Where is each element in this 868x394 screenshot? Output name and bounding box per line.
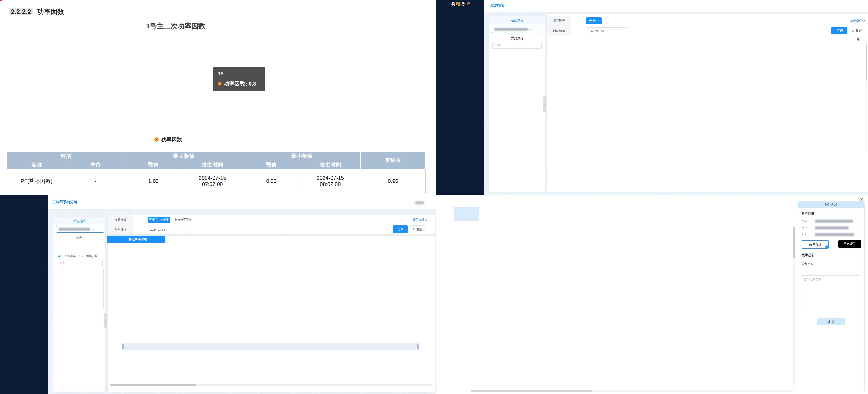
col-group-avg: 平均值: [361, 152, 425, 170]
logo-text: 务: [461, 1, 465, 7]
reset-button[interactable]: ↻重置: [410, 225, 426, 234]
date-input[interactable]: 2024-08-23: [148, 226, 190, 233]
comparison-table-wrap: [110, 351, 433, 382]
tooltip-series-dot: [218, 82, 221, 86]
tab-voltage-unbalance[interactable]: 三相电压不平衡: [148, 217, 170, 223]
panel-collapse-handle[interactable]: «: [543, 96, 546, 112]
extremes-table: 数据 最大极值 最小极值 平均值 名称 单位 数值 发生时间 数值 发生时间 P…: [7, 152, 426, 193]
select-all-button[interactable]: 全 选✓: [586, 18, 602, 24]
branch-title: 支路: [54, 235, 105, 239]
field-station-label: 站点: [802, 219, 815, 223]
sidebar-item-综合概览[interactable]: [436, 8, 485, 12]
filter-row-time: 时间选择 2024-08-23 查询 ↻重置: [547, 26, 868, 36]
control-panel-title: 控制面板: [798, 202, 864, 208]
subheader: 数值: [125, 160, 182, 170]
filter-card: 指标选择 三相电压不平衡 三相电流不平衡 展开条件 时间选择 2024-08-2…: [107, 215, 436, 234]
waveform-scrollbar[interactable]: [793, 226, 795, 387]
logo-signal-icon: [466, 2, 470, 6]
time-label: 时间选择: [547, 26, 571, 36]
tooltip-category: 19: [218, 71, 260, 77]
time-value-blurred: [815, 233, 854, 236]
horizontal-scrollbar[interactable]: [110, 384, 433, 386]
subheader: 发生时间: [182, 160, 243, 170]
page-header: 三相不平衡分析: [48, 195, 436, 210]
radio-all-devices[interactable]: [58, 255, 61, 258]
date-input[interactable]: 2024-08-23: [586, 27, 627, 34]
selected-check-badge: ✓: [826, 245, 829, 249]
metric-unit: -: [66, 170, 125, 193]
datazoom-slider[interactable]: [122, 343, 419, 350]
station-panel: 站点选择 支路 全部设备 重要设备 搜索 «: [53, 217, 105, 392]
quadrant-unbalance-analysis: 三相不平衡分析 站点选择 支路 全部设备 重要设备 搜索 « 指标选择: [0, 195, 436, 394]
tooltip-value: 功率因数: 0.8: [224, 80, 256, 87]
panel-collapse-handle[interactable]: «: [103, 313, 106, 328]
filter-row-metric: 指标选择 全 选✓ 展开条件: [547, 16, 868, 26]
min-time: 2024-07-1508:02:00: [300, 170, 361, 193]
subheader: 数值: [243, 160, 300, 170]
metric-label: 指标选择: [547, 16, 571, 26]
fault-record-title: 故障记录: [802, 253, 861, 257]
subheader: 名称: [7, 160, 66, 170]
waveform-h-scrollbar[interactable]: [471, 390, 793, 392]
metric-name: PF(功率因数): [7, 170, 66, 193]
expand-conditions-link[interactable]: 展开条件: [850, 19, 864, 23]
edit-button[interactable]: 编 辑: [817, 318, 845, 325]
expand-conditions-link[interactable]: 展开条件: [413, 218, 427, 222]
metric-label: 指标选择: [107, 215, 133, 224]
logo-text-accent: 电: [456, 1, 460, 7]
station-select[interactable]: [56, 226, 104, 233]
white-background-button[interactable]: 白色背景 ✓: [802, 240, 829, 249]
chart-tab[interactable]: 三相电压不平衡: [107, 236, 165, 243]
channel-selector-label-col: [454, 207, 479, 221]
tree-scrollbar[interactable]: [103, 268, 104, 309]
fault-record-textarea[interactable]: [802, 275, 860, 315]
station-panel-title: 站点选择: [54, 217, 105, 224]
station-panel: 站点选择 支路选择 搜索 «: [489, 16, 545, 192]
vertical-scrollbar[interactable]: [866, 42, 867, 150]
chart-legend[interactable]: 功率因数: [154, 136, 182, 143]
station-value-blurred: [815, 220, 853, 222]
quadrant-fault-waveform: × 控制面板 基本信息 站点 支路 时间 白色背景 ✓ 黑: [436, 195, 868, 394]
logo-text: 易: [451, 1, 455, 7]
page-title: 谐波报表: [489, 3, 505, 8]
chart-tooltip: 19 功率因数: 0.8: [213, 67, 266, 91]
max-time: 2024-07-1507:57:00: [182, 170, 243, 193]
sidebar: 易电务: [436, 0, 485, 195]
col-group-data: 数据: [7, 152, 125, 160]
composite-screenshot: 2.2.2.2 功率因数 1号主二次功率因数 19 功率因数: 0.8 功率因数…: [0, 0, 868, 394]
reset-button[interactable]: ↻重置: [849, 27, 864, 35]
time-label: 时间选择: [107, 224, 133, 234]
min-value: 0.00: [243, 170, 300, 193]
basic-info-title: 基本信息: [802, 211, 861, 215]
branch-search-input[interactable]: 搜索: [492, 42, 541, 49]
page-title: 三相不平衡分析: [52, 200, 77, 205]
field-branch-label: 支路: [802, 226, 815, 230]
analyze-button[interactable]: 分析: [393, 225, 408, 233]
legend-label: 功率因数: [161, 136, 182, 143]
quadrant-harmonic-report: 易电务 谐波报表 站点选择 支路选择 搜索 « 指标选择 全 选✓ 展开条: [436, 0, 868, 195]
col-group-max: 最大极值: [125, 152, 243, 160]
username-blurred[interactable]: [415, 201, 424, 204]
black-background-button[interactable]: 黑色背景: [838, 240, 861, 248]
radio-important-devices[interactable]: [79, 255, 83, 258]
sidebar: [0, 195, 48, 394]
branch-value-blurred: [815, 226, 848, 229]
control-panel: 控制面板 基本信息 站点 支路 时间 白色背景 ✓ 黑色背景 故障记录 重要标记: [798, 201, 865, 391]
page-header: 谐波报表: [485, 0, 868, 12]
query-button[interactable]: 查询: [831, 27, 847, 34]
subheader: 发生时间: [300, 160, 361, 170]
tab-current-unbalance[interactable]: 三相电流不平衡: [172, 218, 191, 222]
chevron-down-icon: [91, 228, 94, 230]
station-select[interactable]: [492, 26, 542, 33]
branch-search-input[interactable]: 搜索: [57, 260, 103, 266]
export-link[interactable]: 导出: [856, 37, 862, 41]
col-group-min: 最小极值: [243, 152, 361, 160]
quadrant-power-factor-report: 2.2.2.2 功率因数 1号主二次功率因数 19 功率因数: 0.8 功率因数…: [0, 0, 436, 195]
app-logo: 易电务: [436, 0, 485, 8]
waveform-plots: [436, 224, 798, 394]
important-mark-label: 重要标记: [802, 262, 813, 266]
branch-title: 支路选择: [489, 36, 545, 40]
chevron-down-icon: [529, 28, 532, 30]
station-panel-title: 站点选择: [489, 16, 545, 24]
field-time-label: 时间: [802, 233, 815, 237]
